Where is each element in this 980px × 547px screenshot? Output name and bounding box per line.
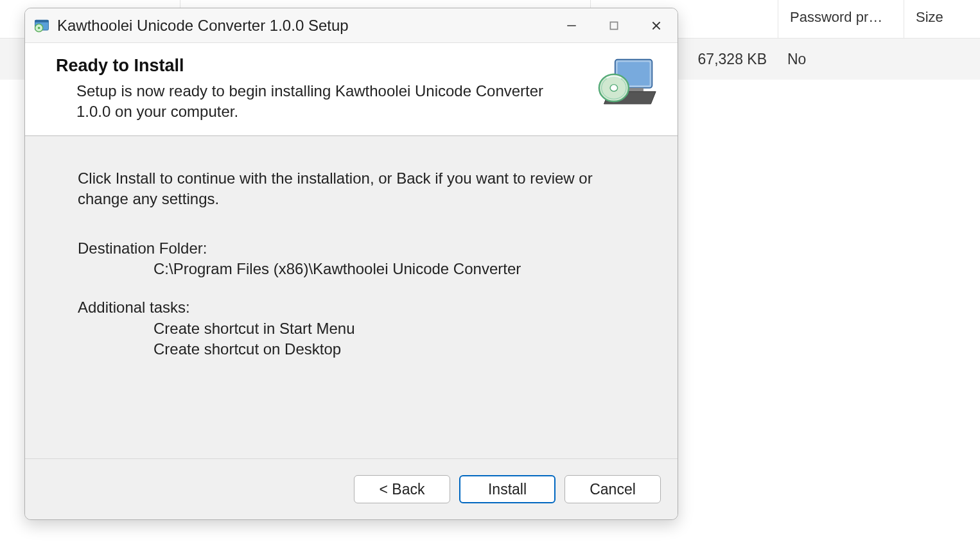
install-button[interactable]: Install (459, 475, 556, 503)
svg-point-13 (610, 85, 618, 92)
task-desktop: Create shortcut on Desktop (78, 339, 639, 360)
window-controls (550, 8, 678, 42)
wizard-body: Click Install to continue with the insta… (25, 136, 678, 459)
bg-data-size: 67,328 KB (678, 51, 778, 68)
header-subtitle: Setup is now ready to begin installing K… (56, 81, 544, 123)
bg-col-size[interactable]: Size (904, 0, 980, 38)
titlebar[interactable]: Kawthoolei Unicode Converter 1.0.0 Setup (25, 8, 678, 43)
computer-disc-icon (597, 56, 658, 110)
installer-window: Kawthoolei Unicode Converter 1.0.0 Setup… (24, 8, 678, 520)
wizard-header: Ready to Install Setup is now ready to b… (25, 43, 678, 136)
minimize-button[interactable] (550, 8, 593, 42)
bg-col-password[interactable]: Password pr… (778, 0, 904, 38)
back-button[interactable]: < Back (354, 475, 450, 503)
bg-data-password: No (778, 51, 904, 68)
svg-rect-5 (610, 22, 617, 29)
cancel-button[interactable]: Cancel (564, 475, 661, 503)
task-startmenu: Create shortcut in Start Menu (78, 318, 639, 339)
wizard-footer: < Back Install Cancel (25, 459, 678, 519)
close-button[interactable] (635, 8, 678, 42)
destination-label: Destination Folder: (78, 238, 639, 259)
svg-point-3 (38, 26, 40, 29)
header-title: Ready to Install (56, 56, 544, 76)
body-intro-text: Click Install to continue with the insta… (78, 168, 630, 210)
destination-value: C:\Program Files (x86)\Kawthoolei Unicod… (78, 259, 639, 279)
window-title: Kawthoolei Unicode Converter 1.0.0 Setup (57, 17, 550, 35)
svg-rect-1 (35, 20, 49, 22)
installer-app-icon (33, 17, 51, 35)
maximize-button[interactable] (593, 8, 635, 42)
tasks-label: Additional tasks: (78, 297, 639, 318)
